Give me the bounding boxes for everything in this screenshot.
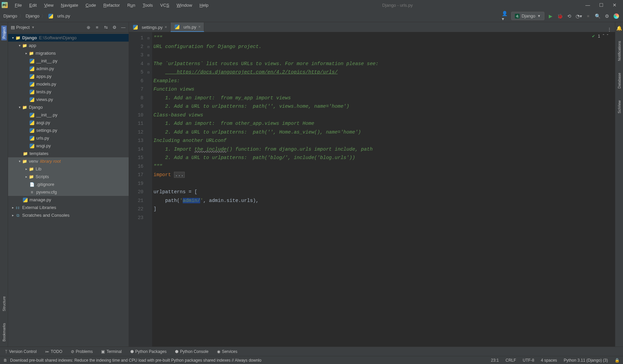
bookmarks-tool-button[interactable]: Bookmarks	[1, 321, 7, 343]
settings-button[interactable]: ⚙	[604, 13, 610, 19]
tree-file[interactable]: tests.py	[8, 88, 129, 96]
notifications-tool-button[interactable]: Notifications	[617, 39, 622, 63]
chevron-down-icon[interactable]: ▼	[31, 25, 35, 29]
menu-file[interactable]: File	[13, 2, 24, 9]
gear-icon[interactable]: ⚙	[112, 25, 117, 30]
prev-icon[interactable]: ˆ	[603, 34, 604, 39]
tree-file[interactable]: ≡ pyvenv.cfg	[8, 188, 129, 196]
line-gutter[interactable]: 12345678910111213141516171920212223	[129, 32, 147, 347]
run-button[interactable]: ▶	[547, 13, 554, 19]
stop-button[interactable]: ■	[585, 13, 591, 19]
bell-icon[interactable]: 🔔	[616, 25, 622, 31]
breadcrumb-item[interactable]: Django	[26, 13, 39, 18]
code-content[interactable]: """ URL configuration for Django project…	[152, 32, 615, 347]
tree-folder-django[interactable]: ▾📁 Django	[8, 103, 129, 111]
project-tree[interactable]: ▾📁 Django E:\Software\Django ▾📁 app ▸📁 m…	[8, 33, 129, 347]
minimize-button[interactable]: —	[584, 2, 591, 8]
sciview-tool-button[interactable]: SciView	[617, 99, 622, 115]
services-tool[interactable]: ◉Services	[217, 349, 237, 354]
close-icon[interactable]: ×	[198, 24, 201, 29]
menu-view[interactable]: View	[42, 2, 55, 9]
tree-note: library root	[40, 159, 60, 164]
problems-tool[interactable]: ⊘Problems	[71, 349, 93, 354]
tree-file[interactable]: wsgi.py	[8, 142, 129, 150]
add-user-icon[interactable]: 👤▾	[502, 13, 508, 19]
menu-edit[interactable]: Edit	[27, 2, 39, 9]
lock-icon[interactable]: 🔒	[615, 358, 620, 363]
locate-icon[interactable]: ⊕	[86, 25, 91, 30]
tree-folder-lib[interactable]: ▸📁 Lib	[8, 165, 129, 173]
hide-icon[interactable]: —	[121, 25, 126, 30]
tree-label: Lib	[36, 166, 41, 171]
menu-help[interactable]: Help	[197, 2, 211, 9]
breadcrumb-item[interactable]: Django	[3, 13, 17, 18]
tree-file[interactable]: settings.py	[8, 126, 129, 134]
warn-icon: ⊘	[71, 349, 74, 354]
cursor-position[interactable]: 23:1	[491, 358, 499, 363]
python-console-tool[interactable]: ⬢Python Console	[175, 349, 209, 354]
tree-scratches[interactable]: ▸⧉ Scratches and Consoles	[8, 211, 129, 219]
close-icon[interactable]: ×	[165, 25, 167, 30]
tree-file[interactable]: views.py	[8, 96, 129, 103]
tree-root[interactable]: ▾📁 Django E:\Software\Django	[8, 34, 129, 42]
tree-folder-scripts[interactable]: ▸📁 Scripts	[8, 173, 129, 180]
expand-icon[interactable]: ≡	[94, 25, 100, 30]
run-config-select[interactable]: dj Django ▼	[511, 12, 544, 20]
tree-file[interactable]: __init__.py	[8, 57, 129, 65]
tree-label: Scratches and Consoles	[22, 213, 70, 218]
terminal-tool[interactable]: ▣Terminal	[101, 349, 122, 354]
file-encoding[interactable]: UTF-8	[523, 358, 534, 363]
profile-button[interactable]: ◔▾	[575, 13, 582, 19]
tree-folder-app[interactable]: ▾📁 app	[8, 42, 129, 49]
inspection-widget[interactable]: ✔ 1 ˆ ˇ	[592, 34, 608, 39]
tree-folder-templates[interactable]: 📁 templates	[8, 150, 129, 157]
fold-gutter[interactable]: ⊟⊟⊞⊟⊟	[147, 32, 152, 347]
tree-folder-migrations[interactable]: ▸📁 migrations	[8, 49, 129, 57]
editor-tab-urls[interactable]: urls.py ×	[171, 22, 204, 32]
tree-folder-venv[interactable]: ▾📁 venv library root	[8, 157, 129, 165]
close-button[interactable]: ✕	[611, 2, 618, 8]
tree-file[interactable]: urls.py	[8, 134, 129, 142]
menu-code[interactable]: Code	[84, 2, 98, 9]
menu-refactor[interactable]: Refactor	[101, 2, 122, 9]
todo-tool[interactable]: ≔TODO	[45, 349, 62, 354]
interpreter[interactable]: Python 3.11 (Django) (3)	[564, 358, 608, 363]
tree-file[interactable]: apps.py	[8, 72, 129, 80]
tree-file[interactable]: asgi.py	[8, 119, 129, 126]
menu-window[interactable]: Window	[175, 2, 194, 9]
line-separator[interactable]: CRLF	[505, 358, 516, 363]
tabs-more-icon[interactable]: ⋮	[607, 27, 615, 32]
tree-file[interactable]: admin.py	[8, 65, 129, 72]
tree-file[interactable]: 📄 .gitignore	[8, 180, 129, 188]
version-control-tool[interactable]: ᛘVersion Control	[5, 349, 37, 354]
python-packages-tool[interactable]: ⬢Python Packages	[130, 349, 167, 354]
play-circle-icon: ◉	[217, 349, 220, 354]
tree-file[interactable]: manage.py	[8, 196, 129, 204]
search-button[interactable]: 🔍	[594, 13, 601, 19]
tree-label: manage.py	[30, 197, 51, 202]
menu-vcs[interactable]: VCS	[158, 2, 171, 9]
collapse-icon[interactable]: ⇆	[103, 25, 108, 30]
tree-label: venv	[29, 159, 38, 164]
debug-button[interactable]: 🐞	[557, 13, 563, 19]
breadcrumb-item[interactable]: urls.py	[57, 13, 70, 18]
coverage-button[interactable]: ⟲	[566, 13, 573, 19]
structure-tool-button[interactable]: Structure	[1, 295, 7, 313]
maximize-button[interactable]: ☐	[598, 2, 605, 8]
main-area: Project Structure Bookmarks ▤ Project ▼ …	[0, 22, 623, 347]
tree-file[interactable]: models.py	[8, 80, 129, 88]
ide-swirl-icon[interactable]	[613, 13, 620, 19]
tree-external-libs[interactable]: ▸⫾⫾ External Libraries	[8, 204, 129, 211]
status-doc-icon[interactable]: 🗎	[3, 358, 7, 363]
tree-file[interactable]: __init__.py	[8, 111, 129, 119]
project-tool-button[interactable]: Project	[1, 25, 7, 40]
database-tool-button[interactable]: Database	[617, 71, 622, 90]
next-icon[interactable]: ˇ	[607, 34, 608, 39]
editor-tab-settings[interactable]: settings.py ×	[129, 22, 171, 32]
menu-tools[interactable]: Tools	[141, 2, 155, 9]
project-header-label[interactable]: Project	[16, 25, 30, 30]
menu-navigate[interactable]: Navigate	[59, 2, 80, 9]
menu-run[interactable]: Run	[125, 2, 137, 9]
editor-body[interactable]: 12345678910111213141516171920212223 ⊟⊟⊞⊟…	[129, 32, 615, 347]
indent-setting[interactable]: 4 spaces	[541, 358, 557, 363]
